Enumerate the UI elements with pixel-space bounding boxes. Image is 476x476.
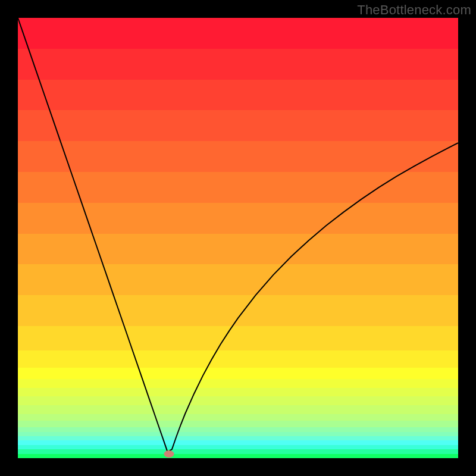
watermark-text: TheBottleneck.com [357,2,471,18]
bottleneck-curve [18,18,458,452]
optimum-marker [164,450,174,458]
chart-frame: TheBottleneck.com [0,0,476,476]
curve-svg [18,18,458,458]
plot-area [18,18,458,458]
